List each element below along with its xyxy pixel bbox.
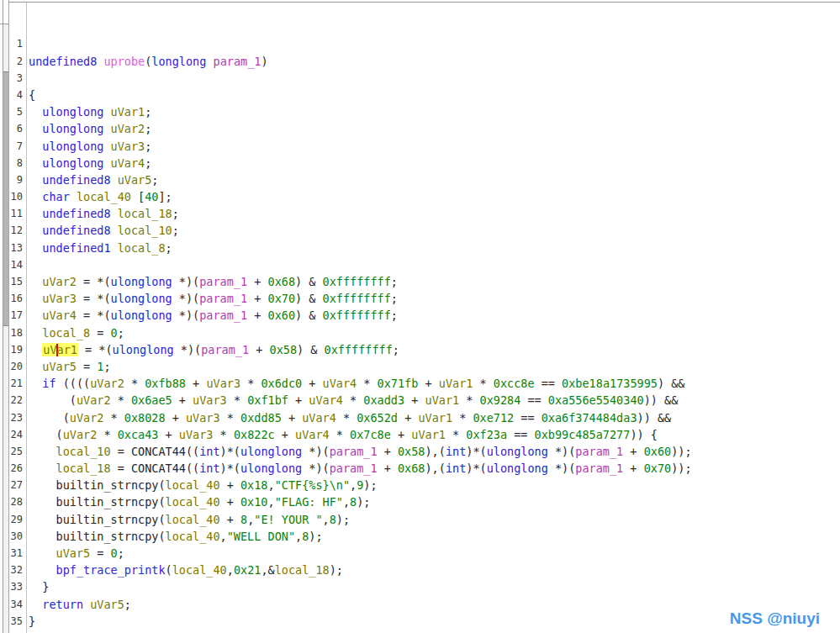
code-token: uVar3 <box>206 377 240 390</box>
code-line[interactable]: 36 <box>0 630 840 633</box>
code-line[interactable]: 10 char local_40 [40]; <box>0 188 840 205</box>
code-token: 0xffffffff <box>325 343 393 356</box>
code-line[interactable]: 23 (uVar2 * 0x8028 + uVar3 * 0xdd85 + uV… <box>0 409 840 426</box>
code-token: uVar1 <box>439 377 473 390</box>
line-number: 11 <box>0 205 24 222</box>
code-token: 0x70 <box>268 292 296 305</box>
code-text: return uVar5; <box>29 596 131 613</box>
code-token: 0x6ae5 <box>131 393 172 407</box>
code-token: "FLAG: HF" <box>275 495 343 509</box>
code-token: + <box>220 513 240 526</box>
code-token: , <box>323 513 330 526</box>
code-token: builtin_strncpy( <box>29 530 166 543</box>
code-token: )*( <box>220 445 240 458</box>
code-token <box>29 563 56 577</box>
code-text: uVar1 = *(ulonglong *)(param_1 + 0x58) &… <box>29 341 399 358</box>
code-line[interactable]: 14 <box>0 256 840 273</box>
code-token: bpf_trace_printk <box>56 563 166 577</box>
code-token <box>103 140 110 153</box>
line-number: 34 <box>0 596 24 613</box>
code-line[interactable]: 6 ulonglong uVar2; <box>0 120 840 137</box>
code-token: ) & <box>295 292 323 305</box>
code-line[interactable]: 21 if ((((uVar2 * 0xfb88 + uVar3 * 0x6dc… <box>0 375 840 392</box>
code-line[interactable]: 11 undefined8 local_18; <box>0 205 840 222</box>
code-token: ( <box>29 411 70 425</box>
line-number: 13 <box>0 240 24 256</box>
code-token: * <box>336 411 357 425</box>
highlighted-token: uVar1 <box>42 343 78 356</box>
code-token: local_40 <box>172 563 227 577</box>
code-line[interactable]: 9 undefined8 uVar5; <box>0 171 840 188</box>
code-line[interactable]: 29 builtin_strncpy(local_40 + 8,"E! YOUR… <box>0 511 840 528</box>
code-line[interactable]: 5 ulonglong uVar1; <box>0 103 840 120</box>
code-line[interactable]: 19 uVar1 = *(ulonglong *)(param_1 + 0x58… <box>0 341 840 358</box>
line-number: 35 <box>0 613 24 630</box>
code-line[interactable]: 2undefined8 uprobe(longlong param_1) <box>0 53 840 70</box>
code-token <box>29 343 42 356</box>
code-line[interactable]: 32 bpf_trace_printk(local_40,0x21,&local… <box>0 562 840 578</box>
code-token: local_40 <box>166 530 220 543</box>
code-line[interactable]: 3 <box>0 70 840 87</box>
code-line[interactable]: 1 <box>0 35 840 52</box>
code-line[interactable]: 26 local_18 = CONCAT44((int)*(ulonglong … <box>0 460 840 477</box>
code-line[interactable]: 28 builtin_strncpy(local_40 + 0x10,"FLAG… <box>0 493 840 510</box>
code-text: undefined8 local_10; <box>29 222 179 239</box>
code-token: + <box>378 445 398 458</box>
code-line[interactable]: 13 undefined1 local_8; <box>0 240 840 256</box>
code-token: param_1 <box>214 55 262 68</box>
code-line[interactable]: 15 uVar2 = *(ulonglong *)(param_1 + 0x68… <box>0 273 840 290</box>
code-text: uVar5 = 0; <box>29 545 124 562</box>
code-token: ) & <box>297 343 325 356</box>
decompiler-code-pane[interactable]: 12undefined8 uprobe(longlong param_1)34{… <box>0 2 840 633</box>
code-token: )*( <box>220 462 240 475</box>
code-line[interactable]: 22 (uVar2 * 0x6ae5 + uVar3 * 0xf1bf + uV… <box>0 392 840 409</box>
code-token: param_1 <box>199 275 247 288</box>
code-line[interactable]: 4{ <box>0 87 840 103</box>
code-token: ) && <box>658 377 685 390</box>
code-line[interactable]: 7 ulonglong uVar3; <box>0 138 840 155</box>
code-line[interactable]: 31 uVar5 = 0; <box>0 545 840 562</box>
code-token: uprobe <box>103 55 145 68</box>
code-token: = <box>90 546 110 560</box>
code-token: builtin_strncpy( <box>29 478 166 492</box>
code-token: ulonglong <box>487 445 548 458</box>
code-token: param_1 <box>575 445 623 458</box>
code-token: *)( <box>172 292 200 305</box>
code-line[interactable]: 25 local_10 = CONCAT44((int)*(ulonglong … <box>0 443 840 460</box>
code-line[interactable]: 12 undefined8 local_10; <box>0 222 840 239</box>
code-token: ; <box>391 309 398 322</box>
code-line[interactable]: 17 uVar4 = *(ulonglong *)(param_1 + 0x60… <box>0 307 840 324</box>
code-line[interactable]: 34 return uVar5; <box>0 596 840 613</box>
code-token <box>29 122 42 135</box>
code-token: * <box>446 428 466 441</box>
code-line[interactable]: 18 local_8 = 0; <box>0 324 840 341</box>
code-token: builtin_strncpy( <box>29 495 166 509</box>
code-token: ulonglong <box>240 445 302 458</box>
code-line[interactable]: 20 uVar5 = 1; <box>0 358 840 375</box>
code-line[interactable]: 27 builtin_strncpy(local_40 + 0x18,"CTF{… <box>0 477 840 493</box>
code-token: , <box>268 478 275 492</box>
code-token: local_18 <box>118 207 172 220</box>
code-token: ; <box>391 275 398 288</box>
code-token <box>29 445 56 458</box>
code-line[interactable]: 16 uVar3 = *(ulonglong *)(param_1 + 0x70… <box>0 290 840 307</box>
code-line[interactable]: 33 } <box>0 578 840 595</box>
code-token: ulonglong <box>42 156 103 170</box>
line-number: 16 <box>0 290 24 307</box>
code-token: ); <box>330 563 343 577</box>
code-line[interactable]: 24 (uVar2 * 0xca43 + uVar3 * 0x822c + uV… <box>0 426 840 443</box>
line-number: 24 <box>0 426 24 443</box>
code-token: , <box>343 495 350 509</box>
code-line[interactable]: 30 builtin_strncpy(local_40,"WELL DON",8… <box>0 528 840 545</box>
code-token: * <box>473 377 493 390</box>
code-token: uVar5 <box>118 173 152 187</box>
code-token: + <box>172 393 193 407</box>
code-token: )) && <box>637 411 672 425</box>
code-text: local_10 = CONCAT44((int)*(ulonglong *)(… <box>29 443 692 460</box>
code-line[interactable]: 35} <box>0 613 840 630</box>
code-token: )*( <box>466 445 486 458</box>
code-line[interactable]: 8 ulonglong uVar4; <box>0 155 840 171</box>
code-token <box>103 122 110 135</box>
code-token: 0x10 <box>240 495 268 509</box>
line-number: 7 <box>0 138 24 155</box>
